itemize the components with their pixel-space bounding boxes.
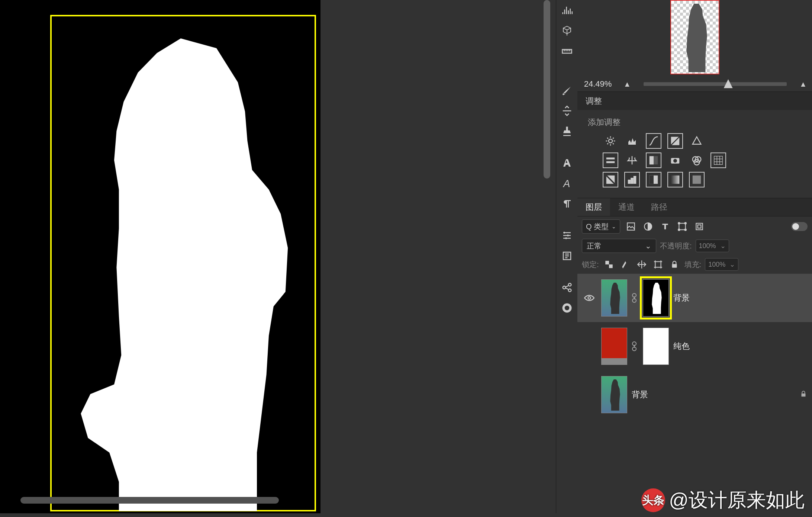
lock-position-icon[interactable] — [635, 258, 648, 271]
svg-rect-28 — [679, 223, 685, 229]
color-balance-icon[interactable] — [624, 152, 640, 168]
horizontal-scrollbar[interactable] — [20, 497, 279, 504]
measure-icon[interactable] — [556, 41, 578, 61]
layer-filter-row: Q 类型⌄ — [577, 216, 812, 237]
svg-point-8 — [609, 139, 612, 143]
layer-row[interactable]: 背景 — [577, 370, 812, 419]
layer-thumbnail[interactable] — [601, 376, 627, 413]
layers-panel-tabs: 图层 通道 路径 — [577, 198, 812, 216]
character-icon[interactable] — [556, 152, 578, 173]
levels-icon[interactable] — [624, 133, 640, 149]
brush-preset-icon[interactable] — [556, 80, 578, 100]
properties-icon[interactable] — [556, 225, 578, 245]
visibility-toggle[interactable] — [582, 294, 597, 302]
posterize-icon[interactable] — [624, 172, 640, 187]
tab-channels[interactable]: 通道 — [610, 198, 643, 216]
layer-thumbnail[interactable] — [601, 328, 627, 365]
selection-bounds — [50, 15, 316, 511]
opacity-label: 不透明度: — [660, 241, 692, 251]
filter-toggle[interactable] — [791, 222, 808, 231]
fill-value: 100% — [708, 261, 725, 269]
color-lookup-icon[interactable] — [710, 152, 726, 168]
selective-color-icon[interactable] — [689, 172, 705, 187]
tab-layers[interactable]: 图层 — [577, 198, 610, 216]
glyphs-icon[interactable]: A — [556, 173, 578, 193]
cc-libraries-icon[interactable] — [556, 298, 578, 318]
layer-row[interactable]: 纯色 — [577, 322, 812, 370]
filter-type-dropdown[interactable]: Q 类型⌄ — [582, 219, 620, 234]
vertical-scrollbar[interactable] — [544, 0, 550, 179]
adjustments-panel-header[interactable]: 调整 — [577, 91, 812, 110]
opacity-value: 100% — [699, 242, 716, 250]
stamp-icon[interactable] — [556, 121, 578, 141]
link-icon[interactable] — [632, 293, 638, 303]
curves-icon[interactable] — [646, 133, 661, 149]
svg-point-29 — [678, 222, 680, 224]
layer-name[interactable]: 背景 — [632, 389, 648, 400]
svg-rect-11 — [650, 156, 654, 165]
svg-rect-44 — [802, 394, 806, 396]
filter-smartobj-icon[interactable] — [693, 220, 706, 233]
zoom-in-icon[interactable]: ▲ — [794, 80, 812, 89]
exposure-icon[interactable] — [667, 133, 683, 149]
filter-pixel-icon[interactable] — [625, 220, 637, 233]
threshold-icon[interactable] — [646, 172, 661, 187]
zoom-handle[interactable] — [724, 79, 733, 88]
link-icon[interactable] — [632, 341, 638, 351]
navigator-thumbnail[interactable] — [670, 0, 719, 74]
lock-pixels-icon[interactable] — [619, 258, 632, 271]
share-icon[interactable] — [556, 277, 578, 298]
photo-filter-icon[interactable] — [667, 152, 683, 168]
layer-name[interactable]: 纯色 — [673, 341, 690, 352]
vibrance-icon[interactable] — [689, 133, 705, 149]
lock-row: 锁定: 填充: 100%⌄ — [577, 255, 812, 274]
layer-row[interactable]: 背景 — [577, 274, 812, 322]
svg-rect-35 — [605, 261, 609, 264]
panel-icon-strip: A — [556, 0, 577, 513]
clone-source-icon[interactable] — [556, 100, 578, 121]
svg-rect-10 — [606, 161, 615, 163]
lock-icon — [799, 390, 808, 399]
svg-rect-20 — [631, 178, 634, 184]
channel-mixer-icon[interactable] — [689, 152, 705, 168]
filter-adjustment-icon[interactable] — [642, 220, 654, 233]
zoom-slider[interactable] — [644, 82, 787, 86]
brightness-icon[interactable] — [603, 133, 618, 149]
svg-rect-12 — [654, 156, 658, 165]
black-white-icon[interactable] — [646, 152, 661, 168]
histogram-icon[interactable] — [556, 0, 578, 20]
layer-mask-thumbnail[interactable] — [643, 279, 669, 317]
blend-mode-dropdown[interactable]: 正常⌄ — [582, 239, 656, 253]
layer-mask-thumbnail[interactable] — [643, 328, 669, 365]
layer-list: 背景 纯色 背景 — [577, 274, 812, 419]
svg-point-32 — [685, 229, 686, 231]
3d-icon[interactable] — [556, 20, 578, 41]
layer-name[interactable]: 背景 — [673, 292, 690, 304]
filter-shape-icon[interactable] — [676, 220, 689, 233]
filter-type-text-icon[interactable] — [659, 220, 671, 233]
navigator-panel: 24.49% ▲ ▲ — [577, 0, 812, 91]
invert-icon[interactable] — [603, 172, 618, 187]
notes-icon[interactable] — [556, 245, 578, 266]
svg-rect-24 — [671, 176, 680, 184]
lock-artboard-icon[interactable] — [652, 258, 664, 271]
opacity-field[interactable]: 100%⌄ — [696, 240, 729, 252]
svg-point-39 — [588, 297, 591, 299]
tab-paths[interactable]: 路径 — [643, 198, 676, 216]
svg-rect-9 — [606, 158, 615, 160]
paragraph-icon[interactable] — [556, 193, 578, 214]
zoom-out-icon[interactable]: ▲ — [618, 80, 636, 89]
svg-point-14 — [673, 159, 677, 163]
svg-point-4 — [568, 283, 571, 286]
layer-thumbnail[interactable] — [601, 279, 627, 317]
lock-transparent-icon[interactable] — [603, 258, 615, 271]
filter-type-label: Q 类型 — [586, 222, 609, 232]
svg-rect-38 — [672, 264, 677, 268]
gradient-map-icon[interactable] — [667, 172, 683, 187]
fill-field[interactable]: 100%⌄ — [705, 258, 738, 271]
zoom-value[interactable]: 24.49% — [577, 79, 618, 89]
lock-all-icon[interactable] — [668, 258, 681, 271]
svg-text:A: A — [563, 178, 570, 189]
mask-silhouette — [67, 24, 304, 511]
hue-sat-icon[interactable] — [603, 152, 618, 168]
